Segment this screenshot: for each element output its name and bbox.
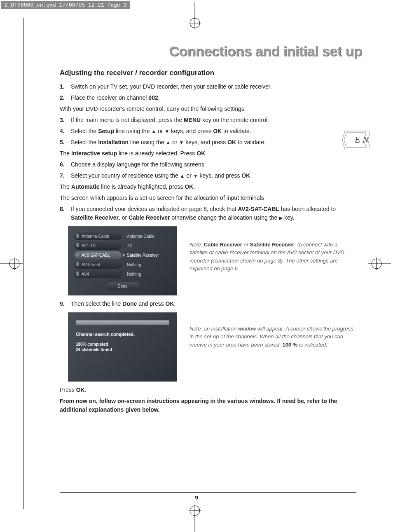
- step-num: 9.: [60, 300, 71, 308]
- up-arrow-icon: ▲: [166, 140, 171, 145]
- step-4: 4. Select the Setup line using the ▲ or …: [60, 127, 356, 136]
- trim-line-left: [23, 18, 23, 509]
- step-num: 8.: [60, 205, 71, 222]
- search-completed-text: Channel search completed.: [76, 331, 169, 338]
- step-3: 3. If the main menu is not displayed, pr…: [60, 116, 356, 124]
- step-num: 5.: [60, 138, 71, 147]
- input-value: Nothing: [127, 271, 141, 277]
- step-1: 1. Switch on your TV set, your DVD recor…: [60, 82, 356, 91]
- input-value: TV: [127, 243, 132, 249]
- up-arrow-icon: ▲: [180, 173, 185, 178]
- step-num: 2.: [60, 94, 71, 102]
- step-5: 5. Select the Installation line using th…: [60, 138, 356, 147]
- input-label: AV1-TV: [74, 242, 122, 250]
- input-value: Nothing: [127, 262, 141, 268]
- step-2: 2. Place the receiver on channel 002.: [60, 94, 356, 102]
- content-column: Adjusting the receiver / recorder config…: [60, 68, 356, 417]
- step-text: Switch on your TV set, your DVD recorder…: [71, 82, 272, 91]
- step-8: 8. If you connected your devices as indi…: [60, 205, 356, 222]
- step-text: If you connected your devices as indicat…: [71, 205, 356, 222]
- print-header: 2_DTH8060_en.qxd 17/08/05 12:21 Page 9: [1, 1, 130, 9]
- input-allocation-screenshot: Antenna-CableAntenna-CableAV1-TVTVAV2-SA…: [68, 226, 177, 295]
- input-row: Antenna-CableAntenna-Cable: [74, 232, 171, 240]
- step-7: 7. Select your country of residence usin…: [60, 171, 356, 180]
- embed-row-2: Channel search completed. 100% completed…: [60, 312, 356, 382]
- page-title: Connections and initial set up: [169, 43, 362, 59]
- step-6: 6. Choose a display language for the fol…: [60, 160, 356, 169]
- step-num: 3.: [60, 116, 71, 124]
- input-row: AV2-SAT-CABLSatellite Receiver: [74, 251, 171, 259]
- crop-mark-bottom: [180, 503, 209, 532]
- step-num: 1.: [60, 82, 71, 91]
- step-num: 4.: [60, 127, 71, 136]
- step-text: Select the Setup line using the ▲ or ▼ k…: [71, 127, 251, 136]
- progress-bar: [76, 320, 169, 325]
- input-label: Antenna-Cable: [74, 232, 122, 240]
- step-text: Place the receiver on channel 002.: [71, 94, 160, 102]
- search-stats-text: 100% completed24 channels found: [76, 342, 169, 352]
- crop-mark-left: [0, 253, 23, 275]
- paragraph: Press OK.: [60, 386, 356, 394]
- step-9: 9. Then select the line Done and press O…: [60, 300, 356, 308]
- right-arrow-icon: ▶: [279, 216, 283, 220]
- input-value: Satellite Receiver: [127, 252, 159, 258]
- language-text: E N: [354, 134, 369, 145]
- step-text: Select your country of residence using t…: [71, 171, 252, 180]
- note-1: Note: Cable Receiver or Satellite Receiv…: [189, 226, 356, 273]
- input-value: Antenna-Cable: [127, 233, 154, 239]
- step-text: Then select the line Done and press OK.: [71, 300, 175, 308]
- page-number: 9: [0, 495, 393, 501]
- input-label: AV4: [74, 270, 122, 278]
- subsection-title: Adjusting the receiver / recorder config…: [60, 68, 356, 78]
- step-text: If the main menu is not displayed, press…: [71, 116, 269, 124]
- down-arrow-icon: ▼: [164, 129, 169, 134]
- paragraph: The Automatic line is already highlighte…: [60, 183, 356, 191]
- down-arrow-icon: ▼: [179, 140, 184, 145]
- channel-search-screenshot: Channel search completed. 100% completed…: [68, 312, 177, 382]
- input-row: AV4Nothing: [74, 270, 171, 278]
- step-num: 7.: [60, 171, 71, 180]
- input-label: AV2-SAT-CABL: [74, 251, 122, 259]
- input-row: AV3-FrontNothing: [74, 261, 171, 269]
- note-2: Note: an installation window will appear…: [189, 312, 356, 349]
- done-button: Done: [106, 282, 139, 290]
- input-row: AV1-TVTV: [74, 242, 171, 250]
- trim-line-right: [368, 18, 368, 509]
- selection-arrow-icon: [123, 253, 125, 257]
- final-instruction: From now on, follow on-screen instructio…: [60, 397, 356, 414]
- up-arrow-icon: ▲: [151, 129, 156, 134]
- crop-mark-top: [180, 2, 209, 30]
- step-num: 6.: [60, 160, 71, 169]
- paragraph: With your DVD recorder's remote control,…: [60, 105, 356, 113]
- down-arrow-icon: ▼: [193, 173, 198, 178]
- embed-row-1: Antenna-CableAntenna-CableAV1-TVTVAV2-SA…: [60, 226, 356, 295]
- input-label: AV3-Front: [74, 261, 122, 269]
- paragraph: The Interactive setup line is already se…: [60, 149, 356, 158]
- step-text: Select the Installation line using the ▲…: [71, 138, 266, 147]
- paragraph: The screen which appears is a set-up scr…: [60, 194, 356, 202]
- crop-mark-right: [368, 253, 391, 275]
- step-text: Choose a display language for the follow…: [71, 160, 206, 169]
- footer-rule: [60, 492, 356, 493]
